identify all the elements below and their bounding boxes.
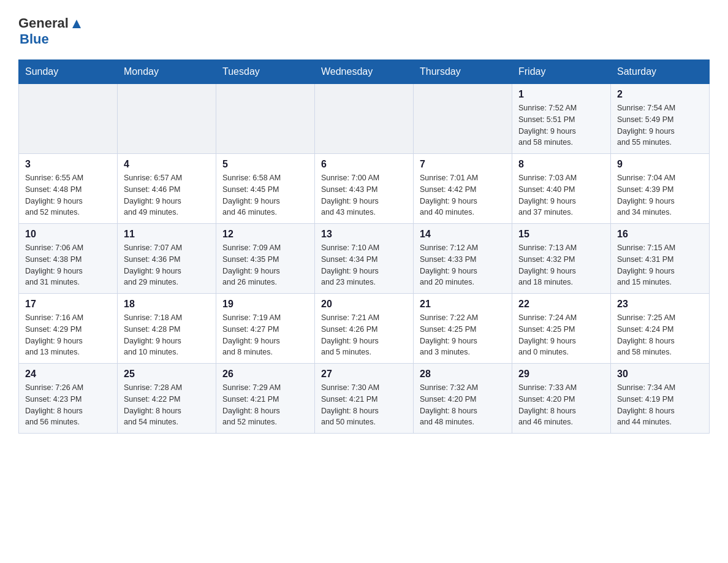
day-number: 3	[25, 159, 111, 170]
logo-general-text: General	[18, 15, 69, 31]
day-info: Sunrise: 7:16 AM Sunset: 4:29 PM Dayligh…	[25, 312, 111, 358]
day-info: Sunrise: 7:26 AM Sunset: 4:23 PM Dayligh…	[25, 382, 111, 428]
day-number: 11	[124, 229, 210, 240]
calendar-day-cell: 30Sunrise: 7:34 AM Sunset: 4:19 PM Dayli…	[611, 364, 710, 434]
calendar-day-cell: 4Sunrise: 6:57 AM Sunset: 4:46 PM Daylig…	[118, 154, 216, 224]
calendar-day-cell	[216, 84, 315, 154]
day-info: Sunrise: 7:52 AM Sunset: 5:51 PM Dayligh…	[518, 102, 604, 148]
day-info: Sunrise: 7:33 AM Sunset: 4:20 PM Dayligh…	[518, 382, 604, 428]
day-info: Sunrise: 7:07 AM Sunset: 4:36 PM Dayligh…	[124, 242, 210, 288]
day-info: Sunrise: 7:29 AM Sunset: 4:21 PM Dayligh…	[222, 382, 308, 428]
day-info: Sunrise: 7:19 AM Sunset: 4:27 PM Dayligh…	[222, 312, 308, 358]
day-number: 21	[420, 299, 506, 310]
day-number: 17	[25, 299, 111, 310]
day-number: 10	[25, 229, 111, 240]
day-info: Sunrise: 7:13 AM Sunset: 4:32 PM Dayligh…	[518, 242, 604, 288]
calendar-day-cell: 20Sunrise: 7:21 AM Sunset: 4:26 PM Dayli…	[315, 294, 414, 364]
calendar-table: SundayMondayTuesdayWednesdayThursdayFrid…	[18, 59, 710, 434]
day-number: 7	[420, 159, 506, 170]
calendar-week-row: 3Sunrise: 6:55 AM Sunset: 4:48 PM Daylig…	[19, 154, 710, 224]
calendar-day-cell: 25Sunrise: 7:28 AM Sunset: 4:22 PM Dayli…	[118, 364, 216, 434]
day-number: 1	[518, 89, 604, 100]
day-info: Sunrise: 7:00 AM Sunset: 4:43 PM Dayligh…	[321, 172, 407, 218]
calendar-day-cell: 13Sunrise: 7:10 AM Sunset: 4:34 PM Dayli…	[315, 224, 414, 294]
day-info: Sunrise: 7:32 AM Sunset: 4:20 PM Dayligh…	[420, 382, 506, 428]
calendar-day-cell: 7Sunrise: 7:01 AM Sunset: 4:42 PM Daylig…	[414, 154, 512, 224]
day-number: 5	[222, 159, 308, 170]
day-number: 4	[124, 159, 210, 170]
logo-blue-text: Blue	[20, 31, 83, 47]
calendar-day-cell: 17Sunrise: 7:16 AM Sunset: 4:29 PM Dayli…	[19, 294, 118, 364]
calendar-day-cell: 10Sunrise: 7:06 AM Sunset: 4:38 PM Dayli…	[19, 224, 118, 294]
calendar-day-cell: 1Sunrise: 7:52 AM Sunset: 5:51 PM Daylig…	[512, 84, 611, 154]
day-number: 13	[321, 229, 407, 240]
calendar-day-cell: 21Sunrise: 7:22 AM Sunset: 4:25 PM Dayli…	[414, 294, 512, 364]
calendar-day-cell: 14Sunrise: 7:12 AM Sunset: 4:33 PM Dayli…	[414, 224, 512, 294]
calendar-header-row: SundayMondayTuesdayWednesdayThursdayFrid…	[19, 60, 710, 84]
header-day-wednesday: Wednesday	[315, 60, 414, 84]
calendar-week-row: 1Sunrise: 7:52 AM Sunset: 5:51 PM Daylig…	[19, 84, 710, 154]
calendar-day-cell: 16Sunrise: 7:15 AM Sunset: 4:31 PM Dayli…	[611, 224, 710, 294]
calendar-day-cell: 2Sunrise: 7:54 AM Sunset: 5:49 PM Daylig…	[611, 84, 710, 154]
day-number: 20	[321, 299, 407, 310]
calendar-day-cell	[414, 84, 512, 154]
header-day-monday: Monday	[118, 60, 216, 84]
day-number: 12	[222, 229, 308, 240]
calendar-day-cell: 18Sunrise: 7:18 AM Sunset: 4:28 PM Dayli…	[118, 294, 216, 364]
calendar-day-cell: 27Sunrise: 7:30 AM Sunset: 4:21 PM Dayli…	[315, 364, 414, 434]
day-info: Sunrise: 7:09 AM Sunset: 4:35 PM Dayligh…	[222, 242, 308, 288]
calendar-day-cell: 28Sunrise: 7:32 AM Sunset: 4:20 PM Dayli…	[414, 364, 512, 434]
svg-marker-0	[72, 20, 81, 28]
day-info: Sunrise: 7:03 AM Sunset: 4:40 PM Dayligh…	[518, 172, 604, 218]
calendar-day-cell: 9Sunrise: 7:04 AM Sunset: 4:39 PM Daylig…	[611, 154, 710, 224]
day-number: 26	[222, 369, 308, 380]
header-day-tuesday: Tuesday	[216, 60, 315, 84]
day-info: Sunrise: 7:04 AM Sunset: 4:39 PM Dayligh…	[617, 172, 703, 218]
day-number: 27	[321, 369, 407, 380]
calendar-day-cell: 22Sunrise: 7:24 AM Sunset: 4:25 PM Dayli…	[512, 294, 611, 364]
day-info: Sunrise: 7:30 AM Sunset: 4:21 PM Dayligh…	[321, 382, 407, 428]
day-info: Sunrise: 7:06 AM Sunset: 4:38 PM Dayligh…	[25, 242, 111, 288]
calendar-day-cell: 3Sunrise: 6:55 AM Sunset: 4:48 PM Daylig…	[19, 154, 118, 224]
day-info: Sunrise: 7:54 AM Sunset: 5:49 PM Dayligh…	[617, 102, 703, 148]
calendar-day-cell: 5Sunrise: 6:58 AM Sunset: 4:45 PM Daylig…	[216, 154, 315, 224]
day-info: Sunrise: 6:55 AM Sunset: 4:48 PM Dayligh…	[25, 172, 111, 218]
calendar-day-cell: 19Sunrise: 7:19 AM Sunset: 4:27 PM Dayli…	[216, 294, 315, 364]
calendar-day-cell: 6Sunrise: 7:00 AM Sunset: 4:43 PM Daylig…	[315, 154, 414, 224]
calendar-day-cell	[315, 84, 414, 154]
day-info: Sunrise: 7:10 AM Sunset: 4:34 PM Dayligh…	[321, 242, 407, 288]
calendar-day-cell: 12Sunrise: 7:09 AM Sunset: 4:35 PM Dayli…	[216, 224, 315, 294]
calendar-day-cell: 8Sunrise: 7:03 AM Sunset: 4:40 PM Daylig…	[512, 154, 611, 224]
header-day-saturday: Saturday	[611, 60, 710, 84]
calendar-week-row: 17Sunrise: 7:16 AM Sunset: 4:29 PM Dayli…	[19, 294, 710, 364]
header-day-sunday: Sunday	[19, 60, 118, 84]
day-number: 24	[25, 369, 111, 380]
day-info: Sunrise: 7:12 AM Sunset: 4:33 PM Dayligh…	[420, 242, 506, 288]
day-number: 9	[617, 159, 703, 170]
day-number: 18	[124, 299, 210, 310]
day-number: 14	[420, 229, 506, 240]
day-number: 6	[321, 159, 407, 170]
day-info: Sunrise: 6:58 AM Sunset: 4:45 PM Dayligh…	[222, 172, 308, 218]
day-info: Sunrise: 7:34 AM Sunset: 4:19 PM Dayligh…	[617, 382, 703, 428]
day-number: 28	[420, 369, 506, 380]
day-info: Sunrise: 7:24 AM Sunset: 4:25 PM Dayligh…	[518, 312, 604, 358]
logo: General Blue	[18, 12, 83, 47]
logo-triangle-icon	[70, 17, 83, 31]
calendar-day-cell	[118, 84, 216, 154]
day-info: Sunrise: 7:18 AM Sunset: 4:28 PM Dayligh…	[124, 312, 210, 358]
calendar-day-cell: 15Sunrise: 7:13 AM Sunset: 4:32 PM Dayli…	[512, 224, 611, 294]
calendar-day-cell	[19, 84, 118, 154]
day-info: Sunrise: 7:28 AM Sunset: 4:22 PM Dayligh…	[124, 382, 210, 428]
day-info: Sunrise: 7:15 AM Sunset: 4:31 PM Dayligh…	[617, 242, 703, 288]
calendar-day-cell: 11Sunrise: 7:07 AM Sunset: 4:36 PM Dayli…	[118, 224, 216, 294]
day-number: 25	[124, 369, 210, 380]
day-info: Sunrise: 7:22 AM Sunset: 4:25 PM Dayligh…	[420, 312, 506, 358]
calendar-day-cell: 23Sunrise: 7:25 AM Sunset: 4:24 PM Dayli…	[611, 294, 710, 364]
calendar-day-cell: 29Sunrise: 7:33 AM Sunset: 4:20 PM Dayli…	[512, 364, 611, 434]
day-info: Sunrise: 6:57 AM Sunset: 4:46 PM Dayligh…	[124, 172, 210, 218]
calendar-week-row: 10Sunrise: 7:06 AM Sunset: 4:38 PM Dayli…	[19, 224, 710, 294]
calendar-week-row: 24Sunrise: 7:26 AM Sunset: 4:23 PM Dayli…	[19, 364, 710, 434]
day-number: 8	[518, 159, 604, 170]
day-number: 15	[518, 229, 604, 240]
